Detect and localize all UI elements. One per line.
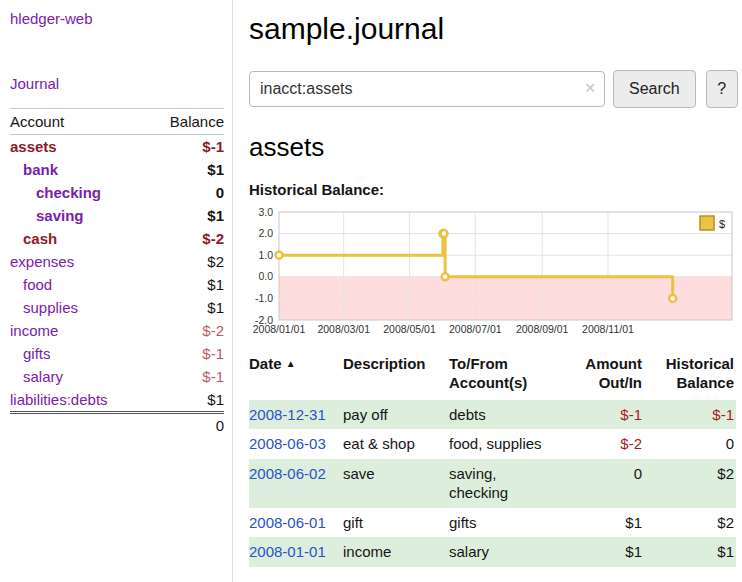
accounts-header: To/From Account(s)	[449, 355, 577, 400]
account-link-income[interactable]: income	[10, 322, 58, 339]
accounts-header-balance: Balance	[148, 109, 224, 135]
date-cell: 2008-12-31	[249, 400, 343, 430]
register-row: 2008-06-02 save saving, checking 0 $2	[249, 459, 736, 508]
svg-text:2008/01/01: 2008/01/01	[253, 323, 306, 335]
app-title-link[interactable]: hledger-web	[10, 10, 93, 27]
account-link-expenses[interactable]: expenses	[10, 253, 74, 270]
account-link-assets[interactable]: assets	[10, 138, 57, 155]
account-balance: 0	[148, 181, 224, 204]
accounts-cell: debts	[449, 400, 577, 430]
date-cell: 2008-06-02	[249, 459, 343, 508]
account-balance: $1	[148, 296, 224, 319]
account-balance: $2	[148, 250, 224, 273]
register-row: 2008-06-01 gift gifts $1 $2	[249, 508, 736, 538]
page-title: sample.journal	[249, 12, 738, 46]
sort-ascending-icon: ▲	[286, 358, 296, 369]
description-cell: save	[343, 459, 449, 508]
clear-search-icon[interactable]: ✕	[584, 81, 596, 95]
description-cell: eat & shop	[343, 429, 449, 459]
accounts-cell: saving, checking	[449, 459, 577, 508]
account-row-gifts: gifts $-1	[10, 342, 224, 365]
account-balance: $-2	[148, 319, 224, 342]
amount-cell: $-2	[577, 429, 650, 459]
transaction-date-link[interactable]: 2008-06-02	[249, 465, 326, 482]
main-content: sample.journal ✕ Search ? assets Histori…	[233, 0, 742, 582]
transaction-date-link[interactable]: 2008-12-31	[249, 406, 326, 423]
description-cell: pay off	[343, 400, 449, 430]
account-link-salary[interactable]: salary	[10, 368, 63, 385]
search-bar: ✕ Search ?	[249, 70, 738, 108]
balance-cell: $1	[650, 537, 736, 567]
balance-cell: $2	[650, 459, 736, 508]
account-row-supplies: supplies $1	[10, 296, 224, 319]
journal-link[interactable]: Journal	[10, 75, 224, 92]
amount-cell: 0	[577, 459, 650, 508]
balance-cell: $-1	[650, 400, 736, 430]
help-button[interactable]: ?	[706, 70, 738, 108]
account-balance: $1	[148, 388, 224, 413]
svg-text:2008/05/01: 2008/05/01	[383, 323, 436, 335]
account-link-liabilities-debts[interactable]: liabilities:debts	[10, 391, 108, 408]
account-row-bank: bank $1	[10, 158, 224, 181]
accounts-total-balance: 0	[148, 413, 224, 438]
accounts-cell: gifts	[449, 508, 577, 538]
date-cell: 2008-06-03	[249, 429, 343, 459]
svg-text:2.0: 2.0	[258, 227, 273, 239]
register-row: 2008-12-31 pay off debts $-1 $-1	[249, 400, 736, 430]
account-row-assets: assets $-1	[10, 135, 224, 159]
accounts-total-row: 0	[10, 413, 224, 438]
balance-cell: 0	[650, 429, 736, 459]
account-row-checking: checking 0	[10, 181, 224, 204]
date-header-label: Date	[249, 355, 282, 372]
accounts-cell: salary	[449, 537, 577, 567]
svg-text:0.0: 0.0	[258, 270, 273, 282]
account-heading: assets	[249, 132, 738, 163]
register-table: Date ▲ Description To/From Account(s) Am…	[249, 355, 736, 567]
account-link-gifts[interactable]: gifts	[10, 345, 51, 362]
svg-text:2008/03/01: 2008/03/01	[317, 323, 370, 335]
transaction-date-link[interactable]: 2008-06-01	[249, 514, 326, 531]
account-balance: $-1	[148, 135, 224, 159]
accounts-table: Account Balance assets $-1 bank $1 check…	[10, 108, 224, 437]
balance-header: Historical Balance	[650, 355, 736, 400]
account-link-food[interactable]: food	[10, 276, 52, 293]
amount-cell: $-1	[577, 400, 650, 430]
accounts-header-row: Account Balance	[10, 109, 224, 135]
date-header[interactable]: Date ▲	[249, 355, 343, 400]
account-row-expenses: expenses $2	[10, 250, 224, 273]
chart-title: Historical Balance:	[249, 181, 738, 198]
account-link-checking[interactable]: checking	[10, 184, 101, 201]
account-row-liabilities-debts: liabilities:debts $1	[10, 388, 224, 413]
svg-text:2008/07/01: 2008/07/01	[449, 323, 502, 335]
description-cell: income	[343, 537, 449, 567]
account-link-saving[interactable]: saving	[10, 207, 84, 224]
account-row-income: income $-2	[10, 319, 224, 342]
description-header: Description	[343, 355, 449, 400]
transaction-date-link[interactable]: 2008-01-01	[249, 543, 326, 560]
account-balance: $1	[148, 158, 224, 181]
date-cell: 2008-01-01	[249, 537, 343, 567]
account-row-salary: salary $-1	[10, 365, 224, 388]
amount-cell: $1	[577, 537, 650, 567]
svg-text:$: $	[719, 218, 725, 230]
accounts-cell: food, supplies	[449, 429, 577, 459]
account-row-food: food $1	[10, 273, 224, 296]
date-cell: 2008-06-01	[249, 508, 343, 538]
account-row-cash: cash $-2	[10, 227, 224, 250]
account-link-bank[interactable]: bank	[10, 161, 58, 178]
hledger-web-app: hledger-web Journal Account Balance asse…	[0, 0, 742, 582]
account-link-cash[interactable]: cash	[10, 230, 57, 247]
account-row-saving: saving $1	[10, 204, 224, 227]
account-link-supplies[interactable]: supplies	[10, 299, 78, 316]
transaction-date-link[interactable]: 2008-06-03	[249, 435, 326, 452]
search-button[interactable]: Search	[613, 70, 696, 108]
svg-text:1.0: 1.0	[258, 249, 273, 261]
search-box: ✕	[249, 71, 605, 107]
register-row: 2008-01-01 income salary $1 $1	[249, 537, 736, 567]
register-row: 2008-06-03 eat & shop food, supplies $-2…	[249, 429, 736, 459]
accounts-header-account: Account	[10, 109, 148, 135]
svg-text:3.0: 3.0	[258, 206, 273, 218]
search-input[interactable]	[249, 71, 605, 107]
account-balance: $-2	[148, 227, 224, 250]
balance-cell: $2	[650, 508, 736, 538]
